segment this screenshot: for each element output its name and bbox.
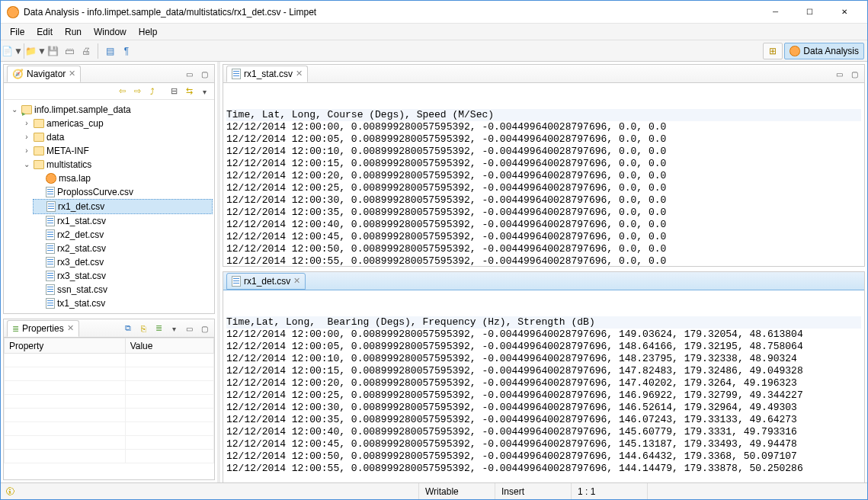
view-menu-button[interactable] bbox=[197, 85, 211, 98]
navigator-header: Navigator ✕ bbox=[4, 65, 214, 83]
properties-col-property[interactable]: Property bbox=[5, 338, 126, 354]
workbench-main: Navigator ✕ bbox=[1, 62, 867, 482]
tree-folder[interactable]: ›META-INF bbox=[21, 144, 213, 158]
status-writable: Writable bbox=[418, 483, 495, 499]
maximize-view-button[interactable] bbox=[197, 322, 211, 335]
collapse-icon bbox=[171, 86, 178, 96]
tree-file[interactable]: rx2_stat.csv bbox=[33, 242, 213, 255]
tree-file[interactable]: rx2_det.csv bbox=[33, 228, 213, 242]
up-button[interactable] bbox=[146, 85, 159, 98]
properties-table[interactable]: Property Value bbox=[4, 338, 214, 479]
tree-folder[interactable]: ›data bbox=[21, 130, 213, 144]
properties-tab[interactable]: Properties ✕ bbox=[7, 320, 79, 337]
tree-folder[interactable]: ›americas_cup bbox=[21, 117, 213, 130]
editor-text-line: 12/12/2014 12:00:15, 0.00899928005759539… bbox=[226, 158, 861, 170]
tree-file[interactable]: tx1_stat.csv bbox=[33, 296, 213, 310]
maximize-editor-button[interactable] bbox=[847, 67, 861, 81]
editor-tab-rx1-det[interactable]: rx1_det.csv ✕ bbox=[226, 273, 306, 290]
properties-col-value[interactable]: Value bbox=[125, 338, 213, 354]
editor-tabbar-bottom: rx1_det.csv ✕ bbox=[223, 272, 864, 290]
csv-file-icon bbox=[46, 229, 55, 240]
tree-folder-label: multistatics bbox=[46, 158, 91, 171]
menu-window[interactable]: Window bbox=[88, 25, 133, 39]
properties-tab-label: Properties bbox=[22, 323, 64, 334]
minimize-editor-button[interactable] bbox=[832, 67, 846, 81]
collapse-all-button[interactable] bbox=[167, 85, 181, 98]
app-icon bbox=[7, 6, 19, 18]
tree-file[interactable]: rx1_stat.csv bbox=[33, 214, 213, 228]
editor-text-line: 12/12/2014 12:00:55, 0.00899928005759539… bbox=[226, 463, 861, 475]
categories-button[interactable] bbox=[121, 322, 135, 335]
tree-folder-label: americas_cup bbox=[46, 117, 104, 130]
minimize-view-button[interactable] bbox=[182, 322, 196, 335]
folder-icon bbox=[34, 119, 44, 128]
tree-file-label: tx1_stat.csv bbox=[57, 296, 105, 310]
view-menu-button[interactable] bbox=[167, 322, 181, 335]
navigator-tree[interactable]: ⌄ info.limpet.sample_data ›americas_cup … bbox=[4, 100, 214, 313]
navigator-view: Navigator ✕ bbox=[3, 64, 215, 314]
filter-button[interactable] bbox=[136, 322, 150, 335]
link-editor-button[interactable] bbox=[182, 85, 196, 98]
print-button[interactable] bbox=[78, 43, 94, 59]
editor-tabbar-top: rx1_stat.csv ✕ bbox=[223, 65, 864, 83]
editor-text-rx1-det[interactable]: Time,Lat, Long, Bearing (Degs), Frequenc… bbox=[223, 290, 864, 482]
perspective-label: Data Analysis bbox=[803, 46, 859, 56]
csv-file-icon bbox=[46, 216, 55, 226]
tree-file-label: rx2_det.csv bbox=[57, 228, 104, 242]
perspective-open-icon bbox=[769, 46, 777, 56]
expand-icon[interactable]: › bbox=[22, 130, 31, 144]
tree-file[interactable]: rx3_stat.csv bbox=[33, 269, 213, 283]
menu-help[interactable]: Help bbox=[133, 25, 164, 39]
tree-file[interactable]: ProplossCurve.csv bbox=[33, 185, 213, 199]
tree-file-label: rx1_det.csv bbox=[58, 200, 104, 213]
new-button[interactable]: ▼ bbox=[4, 43, 21, 59]
editor-text-line: 12/12/2014 12:00:00, 0.00899928005759539… bbox=[226, 121, 861, 133]
left-column: Navigator ✕ bbox=[1, 62, 220, 482]
close-icon[interactable]: ✕ bbox=[293, 276, 300, 286]
menu-run[interactable]: Run bbox=[59, 25, 88, 39]
csv-file-icon bbox=[46, 257, 55, 268]
expand-icon[interactable]: ⌄ bbox=[22, 158, 31, 171]
tree-file[interactable]: rx3_det.csv bbox=[33, 255, 213, 269]
expand-icon[interactable]: › bbox=[22, 117, 31, 130]
save-all-icon bbox=[65, 46, 74, 56]
window-minimize-button[interactable]: ─ bbox=[758, 1, 793, 24]
tree-file[interactable]: msa.lap bbox=[33, 171, 213, 185]
up-icon bbox=[150, 87, 155, 96]
new-project-button[interactable]: ▼ bbox=[27, 43, 44, 59]
defaults-button[interactable] bbox=[152, 322, 165, 335]
tree-file[interactable]: ssn_stat.csv bbox=[33, 283, 213, 296]
editor-text-line: 12/12/2014 12:00:55, 0.00899928005759539… bbox=[226, 255, 861, 266]
status-tip[interactable] bbox=[1, 483, 22, 499]
back-button[interactable] bbox=[115, 85, 129, 98]
csv-file-icon bbox=[46, 284, 55, 295]
tree-project[interactable]: ⌄ info.limpet.sample_data bbox=[8, 103, 213, 117]
close-icon[interactable]: ✕ bbox=[69, 69, 75, 79]
tree-file[interactable]: rx1_det.csv bbox=[33, 199, 213, 214]
close-icon[interactable]: ✕ bbox=[296, 69, 303, 79]
menu-file[interactable]: File bbox=[4, 25, 30, 39]
maximize-view-button[interactable] bbox=[197, 67, 211, 81]
navigator-tab[interactable]: Navigator ✕ bbox=[7, 66, 81, 82]
menu-edit[interactable]: Edit bbox=[30, 25, 59, 39]
tree-folder[interactable]: ⌄multistatics bbox=[21, 158, 213, 171]
expand-icon[interactable]: › bbox=[22, 144, 31, 158]
close-icon[interactable]: ✕ bbox=[67, 323, 74, 333]
editor-tab-label: rx1_stat.csv bbox=[244, 69, 293, 79]
show-whitespace-button[interactable] bbox=[118, 43, 135, 59]
csv-file-icon bbox=[232, 276, 241, 287]
expand-icon[interactable]: ⌄ bbox=[10, 103, 19, 117]
minimize-view-button[interactable] bbox=[182, 67, 196, 81]
tree-file-label: rx3_det.csv bbox=[57, 255, 104, 269]
editor-text-rx1-stat[interactable]: Time, Lat, Long, Course (Degs), Speed (M… bbox=[223, 83, 864, 266]
window-maximize-button[interactable]: ☐ bbox=[793, 1, 827, 24]
save-button[interactable] bbox=[44, 43, 61, 59]
window-close-button[interactable]: ✕ bbox=[827, 1, 861, 24]
link-icon bbox=[186, 86, 193, 96]
forward-button[interactable] bbox=[130, 85, 144, 98]
toggle-view-button[interactable] bbox=[101, 43, 118, 59]
editor-tab-rx1-stat[interactable]: rx1_stat.csv ✕ bbox=[226, 66, 308, 82]
open-perspective-button[interactable] bbox=[763, 43, 783, 59]
save-all-button[interactable] bbox=[61, 43, 78, 59]
perspective-data-analysis[interactable]: Data Analysis bbox=[784, 43, 864, 59]
